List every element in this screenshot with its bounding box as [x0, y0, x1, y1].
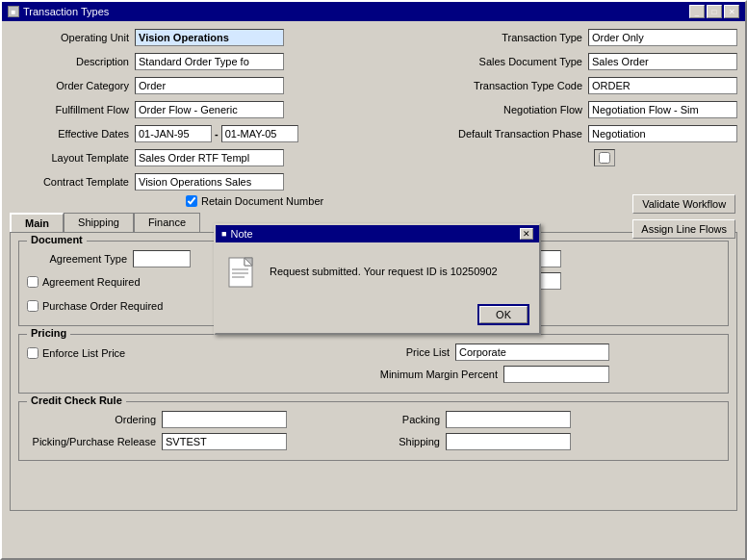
dialog-icon-small: ■ — [221, 229, 226, 239]
main-window: ■ Transaction Types _ □ ✕ Operating Unit… — [0, 0, 747, 560]
dialog-ok-button[interactable]: OK — [479, 306, 528, 323]
dialog-title-bar: ■ Note ✕ — [216, 225, 539, 242]
dialog-body: Request submitted. Your request ID is 10… — [216, 242, 539, 300]
dialog-title-text: Note — [230, 228, 252, 240]
dialog-overlay: ■ Note ✕ Request submitted. Your request… — [2, 2, 745, 558]
dialog-close-button[interactable]: ✕ — [520, 228, 533, 240]
note-dialog: ■ Note ✕ Request submitted. Your request… — [214, 223, 541, 335]
note-icon — [227, 254, 258, 289]
dialog-message: Request submitted. Your request ID is 10… — [270, 266, 498, 277]
dialog-footer: OK — [216, 300, 539, 333]
